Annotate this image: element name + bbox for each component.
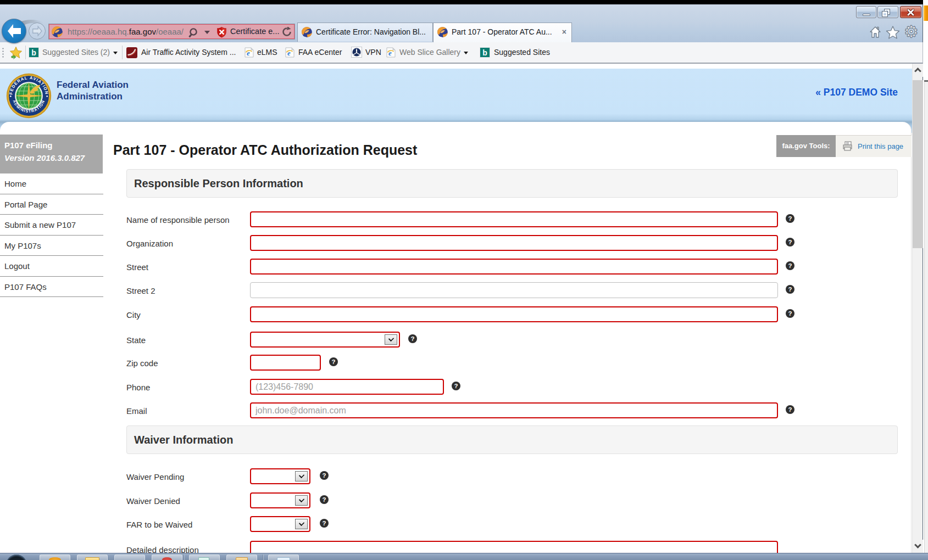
minimize-button[interactable]: [856, 6, 876, 18]
tab1-title[interactable]: Certificate Error: Navigation Bl...: [316, 23, 426, 41]
faa-tools-badge: faa.gov Tools:: [776, 135, 836, 157]
back-arrow-icon: [2, 19, 26, 43]
print-page-button[interactable]: Print this page: [836, 135, 912, 157]
sidebar-item-p107-faqs[interactable]: P107 FAQs: [0, 277, 103, 298]
field-label-zip: Zip code: [126, 359, 247, 368]
sidebar-app-name: P107 eFiling: [4, 141, 53, 150]
help-icon[interactable]: [320, 495, 329, 504]
favorites-star-icon[interactable]: [886, 25, 900, 40]
restore-button[interactable]: [877, 6, 898, 18]
refresh-icon[interactable]: [282, 27, 292, 37]
favorites-grip[interactable]: [2, 47, 4, 58]
favorites-separator: [25, 46, 26, 59]
home-icon[interactable]: [868, 25, 882, 40]
address-bar[interactable]: https://oeaaa.hq.faa.gov/oeaaa/ Certific…: [48, 24, 295, 40]
tab2-favicon: [437, 27, 448, 37]
help-icon[interactable]: [786, 285, 794, 294]
select-waiver-pending[interactable]: [250, 468, 310, 484]
taskbar[interactable]: [0, 553, 928, 560]
forward-button[interactable]: [29, 23, 46, 40]
help-icon[interactable]: [408, 334, 417, 343]
select-dropdown-button[interactable]: [385, 334, 397, 345]
taskbar-item-app[interactable]: [114, 555, 145, 560]
sidebar-item-logout[interactable]: Logout: [0, 256, 103, 277]
favorites-bar: b Suggested Sites (2) Air Traffic Activi…: [0, 42, 923, 64]
sidebar-item-home[interactable]: Home: [0, 173, 103, 194]
select-dropdown-button[interactable]: [295, 471, 308, 481]
input-city[interactable]: [250, 306, 778, 322]
help-icon[interactable]: [786, 238, 794, 247]
tab2-title[interactable]: Part 107 - Operator ATC Au...: [452, 23, 552, 41]
input-street2[interactable]: [250, 282, 778, 298]
brand-text: Federal Aviation Administration: [57, 79, 129, 102]
favorite-air-traffic[interactable]: Air Traffic Activity System ...: [141, 42, 236, 63]
sidebar-version: Version 2016.3.0.827: [4, 153, 85, 163]
input-zip[interactable]: [250, 355, 321, 371]
url-text[interactable]: https://oeaaa.hq.faa.gov/oeaaa/: [68, 24, 184, 39]
certificate-error-shield-icon[interactable]: [217, 27, 226, 38]
search-dropdown-icon[interactable]: [204, 31, 210, 34]
scroll-down-button[interactable]: [913, 540, 923, 553]
help-icon[interactable]: [329, 357, 338, 366]
help-icon[interactable]: [452, 382, 460, 390]
favorite-faa-ecenter[interactable]: FAA eCenter: [298, 42, 342, 63]
content-card: P107 eFiling Version 2016.3.0.827 Home P…: [0, 122, 912, 553]
section-waiver-information: Waiver Information: [126, 425, 898, 454]
help-icon[interactable]: [786, 261, 794, 270]
favorite-suggested-sites[interactable]: Suggested Sites: [494, 42, 550, 63]
sidebar-item-submit-new-p107[interactable]: Submit a new P107: [0, 215, 103, 236]
demo-site-link[interactable]: « P107 DEMO Site: [815, 87, 898, 98]
taskbar-item-folder[interactable]: [77, 555, 108, 560]
tab-close-icon[interactable]: ×: [562, 23, 566, 41]
help-icon[interactable]: [786, 405, 794, 414]
tab-part107[interactable]: Part 107 - Operator ATC Au... ×: [433, 23, 572, 42]
scroll-up-button[interactable]: [913, 64, 923, 77]
chevron-down-icon: [388, 336, 393, 341]
close-button[interactable]: [900, 6, 921, 18]
settings-gear-icon[interactable]: ⚙: [904, 23, 920, 41]
taskbar-item-window[interactable]: [268, 555, 299, 560]
add-favorite-star-icon[interactable]: [9, 46, 23, 59]
taskbar-item-orange-doc[interactable]: [226, 555, 257, 560]
input-phone[interactable]: [250, 379, 444, 395]
print-page-label[interactable]: Print this page: [858, 136, 903, 157]
help-icon[interactable]: [786, 309, 794, 318]
favorite-suggested-sites-2[interactable]: Suggested Sites (2): [42, 42, 118, 63]
select-state[interactable]: [250, 332, 400, 348]
input-street[interactable]: [250, 259, 778, 275]
select-far-waived[interactable]: [250, 516, 310, 532]
page-scrollbar[interactable]: [912, 64, 923, 553]
select-dropdown-button[interactable]: [295, 519, 308, 529]
minimize-icon: [863, 14, 870, 16]
scrollbar-thumb[interactable]: [913, 80, 923, 248]
sidebar-header: P107 eFiling Version 2016.3.0.827: [0, 135, 103, 173]
favorite-web-slice-gallery[interactable]: Web Slice Gallery: [399, 42, 468, 63]
field-label-organization: Organization: [126, 239, 247, 248]
help-icon[interactable]: [320, 471, 329, 480]
search-icon[interactable]: [188, 27, 200, 38]
input-detailed-description[interactable]: [250, 541, 778, 553]
start-button[interactable]: [6, 555, 27, 560]
back-button[interactable]: [2, 19, 26, 43]
taskbar-item-ie[interactable]: [40, 555, 70, 560]
sidebar-item-portal-page[interactable]: Portal Page: [0, 194, 103, 215]
vpn-icon: [351, 47, 362, 58]
select-waiver-denied[interactable]: [250, 492, 310, 508]
browser-titlebar: https://oeaaa.hq.faa.gov/oeaaa/ Certific…: [0, 4, 923, 42]
taskbar-item-teal-doc[interactable]: [189, 555, 220, 560]
field-label-street: Street: [126, 262, 247, 272]
input-email[interactable]: [250, 402, 778, 418]
favorite-vpn[interactable]: VPN: [365, 42, 381, 63]
tab-certificate-error[interactable]: Certificate Error: Navigation Bl...: [297, 23, 433, 42]
certificate-error-text[interactable]: Certificate e...: [230, 24, 279, 39]
select-dropdown-button[interactable]: [295, 495, 308, 506]
input-name[interactable]: [250, 211, 778, 227]
help-icon[interactable]: [320, 519, 329, 528]
help-icon[interactable]: [786, 214, 794, 223]
chevron-up-icon: [914, 68, 921, 75]
taskbar-item-red-app[interactable]: [152, 555, 182, 560]
sidebar-item-my-p107s[interactable]: My P107s: [0, 236, 103, 256]
input-organization[interactable]: [250, 235, 778, 251]
favorite-elms[interactable]: eLMS: [257, 42, 277, 63]
site-favicon: [52, 26, 63, 37]
